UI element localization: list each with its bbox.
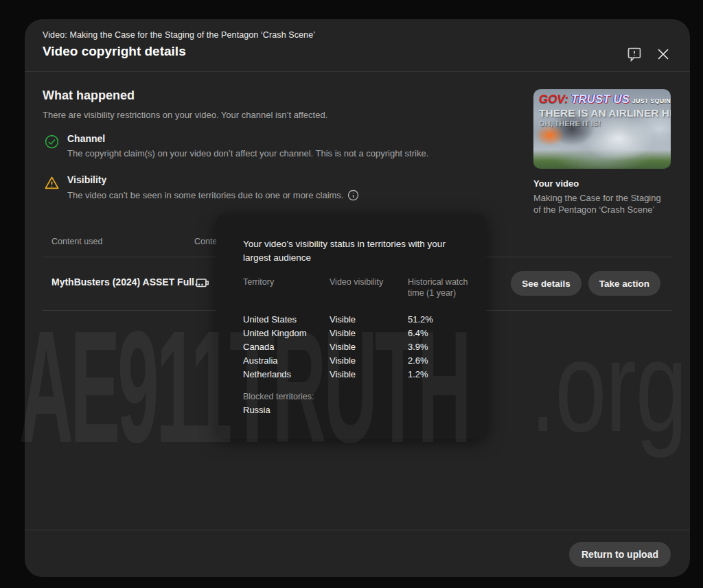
column-header-content-used: Content used (51, 237, 102, 246)
take-action-button[interactable]: Take action (588, 271, 660, 296)
territory-cell: United States (243, 313, 330, 327)
thumbnail-text-there-it-is: OH, THERE IT IS! (539, 119, 668, 128)
video-copyright-dialog: Video: Making the Case for the Staging o… (25, 19, 690, 577)
column-header-content-type: Conte (194, 237, 217, 246)
visibility-status-item: Visibility The video can’t be seen in so… (44, 174, 497, 201)
visibility-status-description: The video can’t be seen in some territor… (67, 189, 497, 201)
return-to-upload-button[interactable]: Return to upload (569, 542, 671, 567)
video-name-breadcrumb: Video: Making the Case for the Staging o… (43, 30, 315, 40)
thumbnail-text-gov: GOV: (539, 93, 568, 106)
tooltip-col-watch-time: Historical watch time (1 year) (408, 277, 485, 298)
visibility-cell: Visible (330, 368, 408, 381)
page-title: Video copyright details (43, 44, 186, 59)
watch-time-cell: 1.2% (408, 368, 485, 381)
territory-cell: United Kingdom (243, 327, 330, 340)
see-details-button[interactable]: See details (511, 271, 581, 296)
blocked-territories-label: Blocked territories: (243, 392, 314, 401)
visibility-cell: Visible (330, 313, 408, 327)
watch-time-cell: 2.6% (408, 354, 485, 368)
territory-cell: Canada (243, 340, 330, 354)
territory-cell: Netherlands (243, 368, 330, 381)
claim-row-actions: See details Take action (511, 271, 660, 296)
thumbnail-text-squint: JUST SQUINT HARDER! (632, 97, 671, 104)
table-row: United States Visible 51.2% (243, 313, 485, 327)
thumbnail-text-trust-us: TRUST US (571, 93, 630, 106)
claim-row-content-title: MythBusters (2024) ASSET Full… (51, 277, 204, 287)
header-divider (25, 71, 690, 72)
visibility-cell: Visible (330, 327, 408, 340)
watch-time-cell: 6.4% (408, 327, 485, 340)
visibility-tooltip: Your video’s visibility status in territ… (216, 215, 486, 439)
tooltip-table-header: Territory Video visibility Historical wa… (243, 277, 485, 298)
your-video-title: Making the Case for the Staging of the P… (533, 192, 671, 215)
thumbnail-text-airliner: THERE IS AN AIRLINER HERE (539, 107, 668, 119)
video-thumbnail[interactable]: GOV: TRUST US JUST SQUINT HARDER! THERE … (533, 89, 671, 169)
channel-status-item: Channel The copyright claim(s) on your v… (44, 133, 497, 158)
watch-time-cell: 51.2% (408, 313, 485, 327)
what-happened-title: What happened (43, 89, 135, 103)
table-row: Netherlands Visible 1.2% (243, 368, 485, 381)
thumbnail-overlay-text: GOV: TRUST US JUST SQUINT HARDER! THERE … (539, 93, 668, 128)
visibility-cell: Visible (330, 354, 408, 368)
visibility-cell: Visible (330, 340, 408, 354)
page-background: Video: Making the Case for the Staging o… (0, 0, 703, 588)
info-icon[interactable] (347, 189, 359, 201)
visibility-status-text: The video can’t be seen in some territor… (67, 190, 343, 200)
watch-time-cell: 3.9% (408, 340, 485, 354)
tooltip-title: Your video’s visibility status in territ… (243, 237, 463, 265)
video-camera-icon (194, 274, 211, 291)
footer-divider (25, 530, 690, 530)
table-row: United Kingdom Visible 6.4% (243, 327, 485, 340)
visibility-status-title: Visibility (67, 174, 497, 185)
table-row: Australia Visible 2.6% (243, 354, 485, 368)
tooltip-col-visibility: Video visibility (330, 277, 408, 298)
feedback-icon[interactable] (626, 46, 643, 62)
check-circle-icon (44, 134, 60, 150)
channel-status-description: The copyright claim(s) on your video don… (67, 148, 497, 158)
tooltip-col-territory: Territory (243, 277, 330, 298)
channel-status-title: Channel (67, 133, 497, 144)
header-actions (626, 46, 671, 62)
warning-triangle-icon (44, 175, 60, 191)
territory-cell: Australia (243, 354, 330, 368)
blocked-territory-value: Russia (243, 405, 270, 415)
your-video-label: Your video (533, 178, 671, 189)
tooltip-table-rows: United States Visible 51.2% United Kingd… (243, 313, 485, 381)
what-happened-subtitle: There are visibility restrictions on you… (43, 110, 327, 120)
close-icon[interactable] (655, 46, 671, 62)
table-row: Canada Visible 3.9% (243, 340, 485, 354)
